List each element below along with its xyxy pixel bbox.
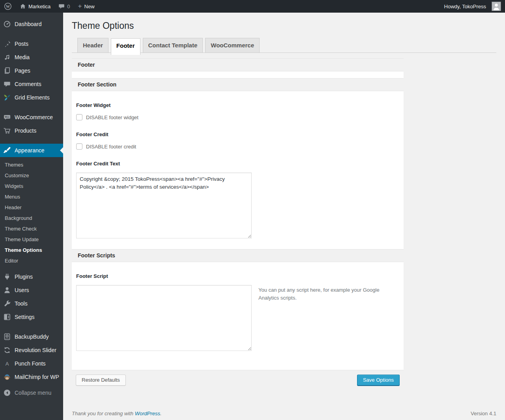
- sidebar-item-comments[interactable]: Comments: [0, 77, 63, 91]
- wp-logo-menu[interactable]: W: [0, 0, 16, 13]
- sidebar-item-mailchimp[interactable]: MailChimp for WP: [0, 370, 63, 384]
- tab-footer[interactable]: Footer: [111, 38, 140, 55]
- comment-bubble-icon: [58, 3, 65, 9]
- plugin-icon: [3, 273, 11, 281]
- site-name-menu[interactable]: Marketica: [16, 0, 54, 13]
- section-header-footer-section: Footer Section: [72, 78, 404, 91]
- sidebar-item-appearance[interactable]: Appearance: [0, 144, 63, 157]
- sidebar-item-posts[interactable]: Posts: [0, 37, 63, 51]
- new-label: New: [84, 4, 95, 9]
- sidebar-item-plugins[interactable]: Plugins: [0, 270, 63, 283]
- backupbuddy-icon: [3, 333, 11, 341]
- comments-menu[interactable]: 0: [54, 0, 74, 13]
- section-header-footer-scripts: Footer Scripts: [72, 249, 404, 262]
- footer-credit-text-label: Footer Credit Text: [76, 150, 398, 167]
- submenu-background[interactable]: Background: [0, 213, 63, 223]
- footer-widget-label: Footer Widget: [76, 91, 398, 108]
- settings-icon: [3, 313, 11, 321]
- submenu-themes[interactable]: Themes: [0, 159, 63, 170]
- pushpin-icon: [3, 40, 11, 48]
- tab-woocommerce[interactable]: WooCommerce: [205, 38, 260, 52]
- pages-icon: [3, 67, 11, 75]
- submenu-menus[interactable]: Menus: [0, 191, 63, 202]
- footer-script-description: You can put any script here, for example…: [258, 286, 381, 302]
- panel-footer-bar: Restore Defaults Save Options: [72, 370, 404, 390]
- sidebar-item-settings[interactable]: Settings: [0, 310, 63, 324]
- admin-sidebar: Dashboard Posts Media Pages Comments Gri…: [0, 13, 63, 420]
- sidebar-item-pages[interactable]: Pages: [0, 64, 63, 77]
- media-icon: [3, 53, 11, 61]
- page-title: Theme Options: [72, 17, 496, 36]
- disable-footer-widget-text: DISABLE footer widget: [86, 114, 138, 120]
- sidebar-item-users[interactable]: Users: [0, 283, 63, 297]
- revolution-slider-icon: [3, 346, 11, 354]
- disable-footer-widget-checkbox[interactable]: [76, 114, 82, 120]
- submenu-widgets[interactable]: Widgets: [0, 181, 63, 191]
- grid-elements-icon: [3, 94, 11, 101]
- disable-footer-credit-row[interactable]: DISABLE footer credit: [76, 143, 136, 150]
- appearance-brush-icon: [3, 146, 11, 154]
- wrench-icon: [3, 300, 11, 308]
- plus-icon: +: [78, 3, 82, 9]
- sidebar-item-collapse-menu[interactable]: Collapse menu: [0, 386, 63, 399]
- sidebar-item-products[interactable]: Products: [0, 124, 63, 137]
- collapse-icon: [3, 389, 11, 397]
- footer-credit-label: Footer Credit: [76, 120, 398, 137]
- restore-defaults-button[interactable]: Restore Defaults: [76, 375, 126, 386]
- submenu-editor[interactable]: Editor: [0, 255, 63, 266]
- woocommerce-icon: Woo: [3, 113, 11, 121]
- avatar: [492, 2, 501, 11]
- sidebar-item-dashboard[interactable]: Dashboard: [0, 17, 63, 31]
- panel-header-footer: Footer: [72, 58, 404, 71]
- sidebar-item-grid-elements[interactable]: Grid Elements: [0, 91, 63, 104]
- admin-bar: W Marketica 0 + New Howdy, TokoPress: [0, 0, 505, 13]
- tab-contact-template[interactable]: Contact Template: [143, 38, 203, 52]
- submenu-theme-update[interactable]: Theme Update: [0, 234, 63, 245]
- disable-footer-credit-text: DISABLE footer credit: [86, 144, 136, 150]
- sidebar-item-woocommerce[interactable]: Woo WooCommerce: [0, 111, 63, 124]
- comment-count: 0: [67, 4, 70, 9]
- theme-options-panel: Footer Footer Section Footer Widget DISA…: [72, 58, 404, 390]
- tab-bar: Header Footer Contact Template WooCommer…: [72, 38, 496, 53]
- comments-icon: [3, 80, 11, 88]
- sidebar-item-media[interactable]: Media: [0, 51, 63, 64]
- disable-footer-widget-row[interactable]: DISABLE footer widget: [76, 114, 138, 120]
- sidebar-item-tools[interactable]: Tools: [0, 297, 63, 310]
- submenu-theme-check[interactable]: Theme Check: [0, 223, 63, 234]
- site-name-label: Marketica: [28, 4, 50, 9]
- svg-text:Woo: Woo: [5, 116, 9, 118]
- submenu-theme-options[interactable]: Theme Options: [0, 245, 63, 255]
- main-content: Theme Options Header Footer Contact Temp…: [63, 0, 505, 420]
- version-label: Version 4.1: [471, 411, 496, 416]
- footer-script-label: Footer Script: [76, 262, 398, 279]
- my-account-menu[interactable]: Howdy, TokoPress: [440, 0, 505, 13]
- footer-script-textarea[interactable]: [76, 285, 252, 351]
- cart-icon: [3, 127, 11, 135]
- save-options-button[interactable]: Save Options: [357, 375, 400, 386]
- thank-you-text: Thank you for creating with WordPress.: [72, 411, 162, 416]
- wordpress-link[interactable]: WordPress: [135, 411, 160, 416]
- footer-credit-text-textarea[interactable]: Copyright &copy; 2015 TokoPress<span><a …: [76, 172, 252, 238]
- dashboard-icon: [3, 20, 11, 28]
- svg-text:W: W: [6, 4, 10, 9]
- tab-header[interactable]: Header: [77, 38, 108, 52]
- punch-fonts-icon: A: [3, 360, 11, 368]
- sidebar-item-punch-fonts[interactable]: A Punch Fonts: [0, 357, 63, 370]
- user-icon: [3, 286, 11, 294]
- wordpress-logo-icon: W: [4, 2, 12, 10]
- mailchimp-icon: [3, 373, 11, 381]
- new-content-menu[interactable]: + New: [74, 0, 99, 13]
- howdy-label: Howdy, TokoPress: [444, 4, 486, 9]
- submenu-header[interactable]: Header: [0, 202, 63, 213]
- sidebar-item-backupbuddy[interactable]: BackupBuddy: [0, 330, 63, 343]
- page-footer: Thank you for creating with WordPress. V…: [72, 411, 496, 420]
- disable-footer-credit-checkbox[interactable]: [76, 143, 82, 150]
- sidebar-item-revolution-slider[interactable]: Revolution Slider: [0, 343, 63, 357]
- svg-text:A: A: [6, 361, 9, 367]
- home-icon: [20, 3, 26, 9]
- appearance-submenu: Themes Customize Widgets Menus Header Ba…: [0, 157, 63, 270]
- submenu-customize[interactable]: Customize: [0, 170, 63, 181]
